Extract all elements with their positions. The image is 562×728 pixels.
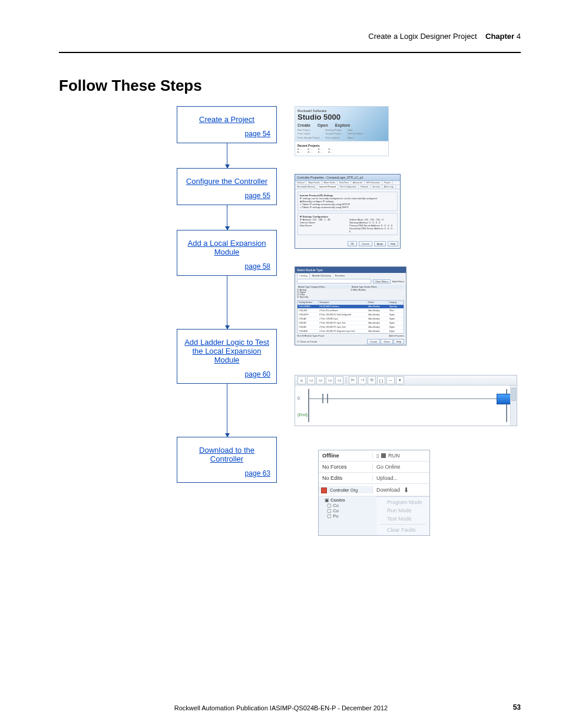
table-row: 1734-IB4D4 Point 10V-28V DC Diagnostic I…: [297, 329, 404, 333]
dlg-tab: Minor Faults: [322, 181, 338, 185]
splash-link: About: [348, 136, 363, 140]
xio-contact-icon: [320, 394, 330, 403]
dlg-tab: General: [295, 181, 306, 185]
chapter-number: 4: [517, 32, 521, 41]
flowchart: Create a Project page 54 Configure the C…: [177, 106, 277, 483]
dlg-tab: Nonvolatile Memory: [295, 185, 318, 189]
splash-tab-explore: Explore: [335, 123, 351, 127]
toolbar-icon: ─: [386, 376, 395, 384]
toolbar-icon: ⊣: [358, 376, 366, 384]
tree-item: Co: [333, 503, 339, 508]
flow-step-configure-controller[interactable]: Configure the Controller page 55: [177, 168, 277, 205]
toolbar-icon: ▭: [307, 376, 315, 384]
run-indicator-icon: [381, 453, 386, 458]
close-button: Close: [381, 339, 392, 344]
flow-step-pageref[interactable]: page 63: [245, 469, 270, 477]
ladder-toolbar: ⎋ ▭ ▭ ▭ ▭ ⊢ ⊣ ⟲ ( ) ─ ▾: [295, 375, 517, 386]
dialog-title: Controller Properties - CompactLogix_STR…: [295, 174, 400, 181]
mod-tab: Module Discovery: [310, 274, 333, 278]
dlg-tab: Date/Time: [338, 181, 351, 185]
field-label: Secondary DNS Server Address:: [349, 227, 384, 230]
mod-tab: Favorites: [333, 274, 346, 278]
flow-step-download[interactable]: Download to the Controller page 63: [177, 437, 277, 483]
col-header: Description: [319, 301, 367, 304]
toolbar-icon: ▾: [396, 376, 404, 384]
flow-step-pageref[interactable]: page 54: [245, 130, 270, 138]
tree-header: Controller Org: [330, 487, 358, 493]
flow-connector: [227, 143, 227, 168]
screenshot-download-menu: Offline ▯RUN No Forces Go Online No Edit…: [318, 450, 430, 536]
table-row: 1734-4IOL4 Point IO-Link MasterAllen-Bra…: [297, 308, 404, 312]
footer-publication: Rockwell Automation Publication IASIMP-Q…: [0, 704, 562, 711]
forces-status: No Forces: [319, 464, 372, 470]
menu-clear-faults: Clear Faults: [376, 526, 429, 534]
dlg-tab-active: Internet Protocol: [318, 185, 338, 189]
close-on-create: Close on Create: [300, 340, 317, 343]
col-header: Category: [388, 301, 404, 304]
splash-tab-create: Create: [297, 123, 310, 127]
screenshot-studio-splash: Rockwell Software Studio 5000 Create Ope…: [295, 106, 389, 156]
flow-step-add-expansion-module[interactable]: Add a Local Expansion Module page 58: [177, 230, 277, 276]
running-header: Create a Logix Designer Project Chapter …: [368, 32, 521, 41]
chapter-label: Chapter: [485, 32, 514, 41]
toolbar-icon: ▭: [326, 376, 334, 384]
add-favorites-button: Add to Favorites: [389, 335, 404, 337]
screenshot-select-module: Select Module Type Catalog Module Discov…: [295, 266, 406, 345]
menu-program-mode: Program Mode: [376, 498, 429, 506]
flow-step-label: Add a Local Expansion Module: [188, 239, 266, 256]
col-header: Vendor: [367, 301, 388, 304]
help-button: Help: [394, 339, 404, 344]
rung-end-label: (End): [297, 413, 308, 417]
flow-connector: [227, 384, 227, 437]
toolbar-icon: ( ): [377, 376, 385, 384]
toolbar-icon: ▭: [316, 376, 325, 384]
flow-connector: [227, 276, 227, 329]
menu-go-online: Go Online: [372, 464, 429, 470]
filter-item: Specialty: [300, 296, 308, 298]
flow-step-create-project[interactable]: Create a Project page 54: [177, 106, 277, 143]
toolbar-icon: ⎋: [297, 376, 306, 384]
cursor-icon: ⬇: [404, 486, 409, 494]
mod-dialog-title: Select Module Type: [295, 267, 406, 273]
toolbar-icon: ⊢: [349, 376, 357, 384]
dlg-tab: Security: [371, 185, 382, 189]
table-row: 1734-232ASCRS-232 ASCII InterfaceAllen-B…: [297, 304, 404, 308]
dlg-tab: Major Faults: [306, 181, 322, 185]
table-row: 1734-IA22 Point 120V AC InputAllen-Bradl…: [297, 317, 404, 321]
flow-step-pageref[interactable]: page 60: [245, 370, 270, 378]
section-title: Follow These Steps: [59, 77, 202, 95]
tree-item: Po: [333, 513, 338, 519]
splash-tab-open: Open: [318, 123, 328, 127]
menu-upload: Upload...: [372, 475, 429, 481]
tree-item: Contro: [330, 498, 345, 503]
dlg-tab: Alarm Log: [382, 185, 396, 189]
flow-step-pageref[interactable]: page 55: [245, 192, 270, 200]
found-label: 50 of 50 Module Types Found: [297, 335, 324, 337]
flow-step-add-ladder-logic[interactable]: Add Ladder Logic to Test the Local Expan…: [177, 329, 277, 384]
module-list: Catalog Number Description Vendor Catego…: [297, 300, 404, 334]
dlg-tab: Port Configuration: [338, 185, 359, 189]
splash-link: Release Notes: [348, 132, 363, 136]
hide-filters-link: Hide Filters: [392, 280, 404, 283]
mod-tab: Catalog: [297, 273, 310, 278]
flow-step-pageref[interactable]: page 58: [245, 262, 270, 271]
toolbar-icon: ⟲: [368, 376, 376, 384]
table-row: 1734-IB22 Point 10V-28V DC Input, SinkAl…: [297, 321, 404, 325]
splash-product: Studio 5000: [297, 113, 340, 121]
mode-label: RUN: [388, 453, 400, 459]
filter-item: Allen-Bradley: [353, 289, 366, 291]
menu-download: Download: [376, 487, 400, 493]
dlg-tab: SFC Execution: [365, 181, 382, 185]
ok-button: OK: [348, 241, 357, 246]
flow-connector: [227, 205, 227, 230]
toolbar-icon: ▭: [335, 376, 343, 384]
edits-status: No Edits: [319, 475, 372, 481]
flow-step-label: Download to the Controller: [199, 446, 254, 463]
scrollbar: [510, 386, 517, 426]
dlg-tab: Project: [382, 181, 393, 185]
cancel-button: Cancel: [359, 241, 372, 246]
header-rule: [59, 52, 521, 53]
splash-link: Sample Project: [326, 132, 342, 136]
screenshot-column: Rockwell Software Studio 5000 Create Ope…: [295, 106, 530, 554]
flow-step-label: Add Ladder Logic to Test the Local Expan…: [184, 338, 269, 364]
